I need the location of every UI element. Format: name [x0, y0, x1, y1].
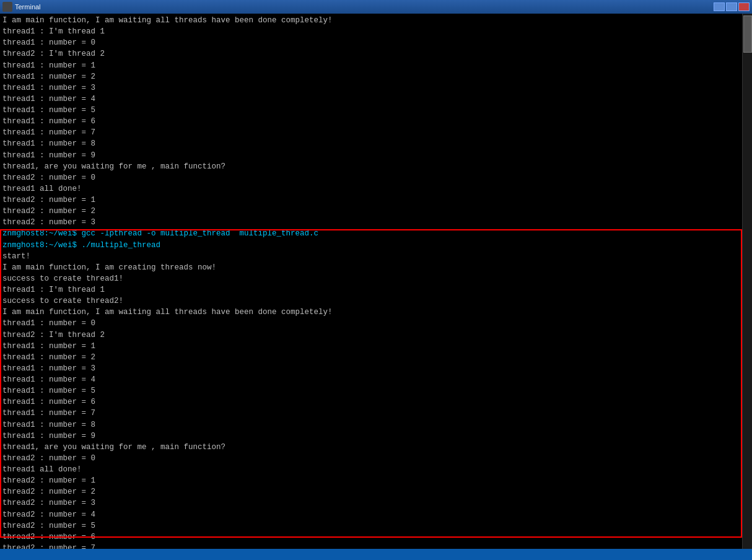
terminal-line: thread1 : I'm thread 1 — [2, 26, 750, 37]
terminal-line: thread1 : number = 5 — [2, 105, 750, 116]
terminal-window: Terminal I am main function, I am waitin… — [0, 0, 752, 560]
title-bar-controls — [714, 2, 750, 11]
scrollbar-track[interactable] — [742, 14, 752, 549]
terminal-line: I am main function, I am creating thread… — [2, 262, 750, 273]
terminal-line: thread2 : I'm thread 2 — [2, 48, 750, 59]
terminal-icon — [2, 2, 12, 12]
close-button[interactable] — [738, 2, 750, 11]
terminal-line: thread1 : number = 8 — [2, 138, 750, 149]
terminal-line: thread1 : I'm thread 1 — [2, 284, 750, 295]
title-bar: Terminal — [0, 0, 752, 14]
terminal-line: thread2 : number = 7 — [2, 543, 750, 549]
terminal-line: thread1 : number = 9 — [2, 150, 750, 161]
minimize-button[interactable] — [714, 2, 725, 11]
terminal-line: thread1 : number = 8 — [2, 419, 750, 431]
terminal-line: thread1 : number = 3 — [2, 82, 750, 94]
terminal-line: thread2 : number = 3 — [2, 497, 750, 509]
terminal-line: thread2 : number = 0 — [2, 453, 750, 464]
terminal-line: thread1 : number = 7 — [2, 127, 750, 138]
terminal-line: thread2 : number = 2 — [2, 486, 750, 497]
terminal-line: thread2 : number = 6 — [2, 532, 750, 543]
terminal-line: thread1 : number = 2 — [2, 71, 750, 82]
terminal-line: thread2 : I'm thread 2 — [2, 330, 750, 341]
terminal-line: thread1 : number = 1 — [2, 341, 750, 352]
terminal-line: I am main function, I am waiting all thr… — [2, 307, 750, 318]
title-bar-left: Terminal — [2, 2, 41, 12]
title-bar-text: Terminal — [15, 3, 41, 11]
terminal-line: thread1 : number = 1 — [2, 60, 750, 71]
terminal-line: thread1 : number = 3 — [2, 363, 750, 374]
terminal-line: thread1 all done! — [2, 183, 750, 195]
terminal-wrapper: I am main function, I am waiting all thr… — [0, 14, 752, 549]
terminal-line: success to create thread2! — [2, 295, 750, 307]
terminal-content[interactable]: I am main function, I am waiting all thr… — [0, 14, 752, 549]
status-bar — [0, 549, 752, 560]
terminal-line: thread2 : number = 4 — [2, 509, 750, 520]
terminal-line: thread1 : number = 7 — [2, 408, 750, 419]
terminal-line: thread1, are you waiting for me , main f… — [2, 442, 750, 453]
terminal-line: thread2 : number = 1 — [2, 475, 750, 486]
terminal-line: thread1 : number = 4 — [2, 374, 750, 385]
terminal-line: thread2 : number = 2 — [2, 206, 750, 217]
terminal-line: thread2 : number = 5 — [2, 520, 750, 532]
scrollbar-thumb[interactable] — [743, 15, 752, 53]
terminal-line: thread2 : number = 1 — [2, 195, 750, 206]
terminal-line: thread1 : number = 2 — [2, 352, 750, 363]
terminal-line: thread2 : number = 3 — [2, 217, 750, 228]
terminal-line: thread1 all done! — [2, 464, 750, 475]
terminal-line: success to create thread1! — [2, 273, 750, 284]
terminal-line: thread2 : number = 0 — [2, 172, 750, 183]
terminal-line: start! — [2, 251, 750, 262]
terminal-line: znmghost8:~/wei$ ./multiple_thread — [2, 240, 750, 251]
terminal-line: thread1 : number = 6 — [2, 396, 750, 408]
terminal-line: thread1 : number = 9 — [2, 431, 750, 442]
terminal-line: thread1 : number = 5 — [2, 385, 750, 396]
terminal-line: thread1 : number = 4 — [2, 94, 750, 105]
terminal-line: thread1, are you waiting for me , main f… — [2, 161, 750, 172]
terminal-line: thread1 : number = 0 — [2, 37, 750, 48]
terminal-line: I am main function, I am waiting all thr… — [2, 15, 750, 26]
terminal-line: znmghost8:~/wei$ gcc -lpthread -o multip… — [2, 228, 750, 239]
maximize-button[interactable] — [726, 2, 737, 11]
terminal-line: thread1 : number = 0 — [2, 318, 750, 329]
terminal-line: thread1 : number = 6 — [2, 116, 750, 127]
